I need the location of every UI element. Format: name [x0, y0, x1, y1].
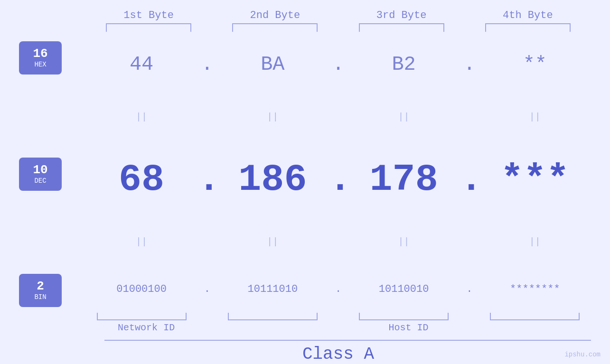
- hex-row: 44 . BA . B2 . **: [85, 53, 591, 76]
- dec-b2: 186: [216, 158, 328, 201]
- dec-dot3: .: [460, 158, 479, 201]
- hex-b1: 44: [85, 53, 197, 76]
- class-label-row: Class A: [19, 345, 591, 364]
- host-bracket-wrap3: [348, 313, 460, 320]
- hex-b4: **: [479, 53, 591, 76]
- bracket-spacer2: [329, 313, 348, 320]
- label-spacer1: [207, 322, 226, 333]
- bracket-spacer1: [197, 313, 216, 320]
- bracket-col3: [338, 23, 465, 32]
- data-rows: 44 . BA . B2 . **: [85, 37, 591, 312]
- hex-dot2: .: [329, 53, 348, 76]
- network-id-bracket: [97, 313, 187, 320]
- bracket-col2: [212, 23, 338, 32]
- bin-dot2: .: [329, 283, 348, 295]
- bracket-col4: [465, 23, 591, 32]
- eq2-b1: ||: [85, 234, 197, 250]
- eq1-b3: ||: [348, 110, 460, 125]
- bottom-line: [104, 340, 591, 341]
- eq1-b4: ||: [479, 110, 591, 125]
- main-container: 1st Byte 2nd Byte 3rd Byte 4th Byte: [0, 0, 610, 364]
- dec-b3: 178: [348, 158, 460, 201]
- byte3-header: 3rd Byte: [338, 9, 465, 21]
- eq1-b2: ||: [216, 110, 328, 125]
- network-id-label: Network ID: [118, 322, 175, 333]
- badges-column: 16 HEX 10 DEC 2 BIN: [19, 37, 85, 312]
- top-bracket-1: [106, 23, 191, 32]
- hex-dot3: .: [460, 53, 479, 76]
- equals-row-2: || || || ||: [85, 234, 591, 250]
- top-bracket-3: [359, 23, 444, 32]
- bin-dot1: .: [197, 283, 216, 295]
- network-bracket-wrap: [85, 313, 197, 320]
- eq2-b4: ||: [479, 234, 591, 250]
- hex-badge: 16 HEX: [19, 41, 62, 75]
- bin-row: 01000100 . 10111010 . 10110010 .: [85, 283, 591, 295]
- dec-dot2: .: [329, 158, 348, 201]
- dec-badge: 10 DEC: [19, 158, 62, 191]
- top-bracket-4: [485, 23, 571, 32]
- eq1-b1: ||: [85, 110, 197, 125]
- watermark: ipshu.com: [564, 351, 601, 358]
- data-area: 16 HEX 10 DEC 2 BIN 44 .: [19, 32, 591, 312]
- hex-dot1: .: [197, 53, 216, 76]
- host-id-bracket-start: [228, 313, 318, 320]
- dec-dot1: .: [197, 158, 216, 201]
- hex-b2: BA: [216, 53, 328, 76]
- host-bracket-wrap4: [479, 313, 591, 320]
- bin-b2: 10111010: [216, 283, 328, 295]
- bin-b4: ********: [479, 283, 591, 295]
- eq2-b2: ||: [216, 234, 328, 250]
- bin-dot3: .: [460, 283, 479, 295]
- byte-headers: 1st Byte 2nd Byte 3rd Byte 4th Byte: [19, 9, 591, 21]
- host-id-label: Host ID: [389, 322, 429, 333]
- dec-b1: 68: [85, 158, 197, 201]
- equals-row-1: || || || ||: [85, 110, 591, 125]
- id-labels: Network ID Host ID: [19, 322, 591, 333]
- host-bracket-wrap2: [216, 313, 328, 320]
- network-id-label-wrap: Network ID: [85, 322, 207, 333]
- bin-b1: 01000100: [85, 283, 197, 295]
- host-id-bracket-mid: [359, 313, 449, 320]
- bottom-brackets-row: [19, 313, 591, 320]
- byte4-header: 4th Byte: [465, 9, 591, 21]
- bracket-col1: [85, 23, 212, 32]
- bracket-spacer3: [460, 313, 479, 320]
- dec-row: 68 . 186 . 178 . ***: [85, 158, 591, 201]
- top-bracket-2: [232, 23, 318, 32]
- eq2-b3: ||: [348, 234, 460, 250]
- bin-b3: 10110010: [348, 283, 460, 295]
- bin-badge: 2 BIN: [19, 274, 62, 307]
- host-id-bracket-end: [490, 313, 580, 320]
- hex-b3: B2: [348, 53, 460, 76]
- top-bracket-row: [19, 23, 591, 32]
- host-id-label-wrap: Host ID: [226, 322, 591, 333]
- byte1-header: 1st Byte: [85, 9, 212, 21]
- byte2-header: 2nd Byte: [212, 9, 338, 21]
- class-label: Class A: [302, 345, 374, 364]
- dec-b4: ***: [479, 158, 591, 201]
